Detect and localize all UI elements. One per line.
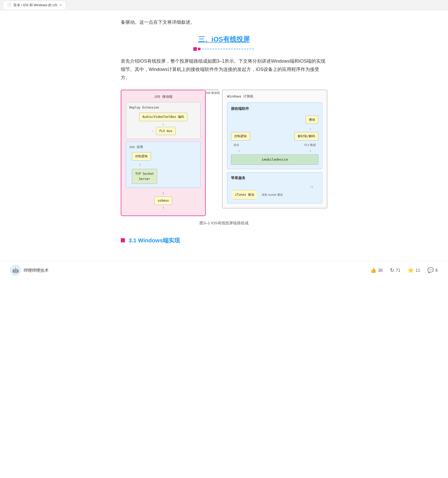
diagram-figure: iOS 移动端 Replay Extension Audio/VideoTool… — [121, 90, 327, 216]
apple-service-box: 苹果服务 ↑↓ iTunes 驱动 本机 socket 通信 — [227, 172, 322, 203]
author-info: 🤖 哔哩哔哩技术 — [10, 265, 49, 275]
arrow-down-1: ↓ — [162, 122, 164, 126]
action-bar: 👍 38 ↻ 71 ⭐ 11 💬 8 — [370, 266, 438, 275]
section-31-title: 3.1 Windows端实现 — [121, 236, 327, 245]
tab-close-button[interactable]: ✕ — [59, 3, 62, 8]
share-icon: ↻ — [390, 266, 394, 275]
flv-mux-box: FLV mux — [156, 127, 176, 135]
page-content: 备驱动。这一点在下文将详细叙述。 三、iOS有线投屏 首先介绍iOS有线投屏，整… — [110, 10, 338, 261]
avatar-icon: 🤖 — [12, 266, 19, 275]
browser-tab[interactable]: 📄 安卓 / iOS 和 Windows 的 US ✕ — [3, 1, 66, 9]
browser-bar: 📄 安卓 / iOS 和 Windows 的 US ✕ — [0, 0, 448, 10]
like-count: 38 — [378, 267, 383, 274]
comment-button[interactable]: 💬 8 — [427, 266, 438, 275]
windows-box: Windows 计算机 接收端软件 播放 ↑ 控制逻辑 解封装/解码 信令 FL… — [222, 90, 327, 208]
tcp-socket-server: TCP Socket Server — [132, 169, 157, 184]
flv-data-label: FLV 数据 — [305, 143, 316, 147]
tab-favicon: 📄 — [7, 2, 11, 8]
win-box-title: Windows 计算机 — [227, 94, 322, 99]
replay-extension-box: Replay Extension Audio/VideoToolBox 编码 ↓… — [126, 102, 201, 139]
itunes-row: iTunes 驱动 本机 socket 通信 — [231, 190, 318, 199]
decode-box: 解封装/解码 — [294, 132, 318, 140]
socket-label: 本机 socket 通信 — [262, 192, 283, 197]
section-title-decoration — [193, 47, 255, 51]
intro-paragraph: 首先介绍iOS有线投屏，整个投屏链路组成如图3–1所示。下文将分别讲述Windo… — [121, 57, 327, 82]
bottom-bar: 🤖 哔哩哔哩技术 👍 38 ↻ 71 ⭐ 11 💬 8 — [0, 261, 448, 279]
like-icon: 👍 — [370, 266, 377, 275]
recv-software-box: 接收端软件 播放 ↑ 控制逻辑 解封装/解码 信令 FLV 数据 — [227, 102, 322, 169]
usb-label: USB 数据线 — [205, 90, 220, 95]
diagram-caption: 图3–1 iOS有线投屏链路组成 — [121, 220, 327, 226]
collect-icon: ⭐ — [407, 266, 414, 275]
ios-app-label: ios 应用 — [129, 144, 197, 150]
share-count: 71 — [396, 267, 401, 274]
section-31: 3.1 Windows端实现 — [121, 236, 327, 245]
ios-app-box: ios 应用 控制逻辑 ↕ TCP Socket Server — [126, 142, 201, 188]
itunes-box: iTunes 驱动 — [231, 190, 258, 199]
signal-label: 信令 — [234, 143, 239, 147]
ios-mobile-box: iOS 移动端 Replay Extension Audio/VideoTool… — [121, 90, 206, 216]
share-button[interactable]: ↻ 71 — [390, 266, 401, 275]
apple-service-label: 苹果服务 — [231, 175, 318, 181]
signal-flv-row: 信令 FLV 数据 — [231, 142, 318, 148]
imobile-box: imobiledevice — [231, 154, 318, 165]
author-name: 哔哩哔哩技术 — [24, 267, 49, 274]
recv-software-label: 接收端软件 — [231, 106, 318, 112]
usbmux-row: ↕ usbmux ↑ — [126, 190, 201, 211]
comment-count: 8 — [435, 267, 438, 274]
audio-video-box: Audio/VideoToolBox 编码 — [139, 113, 187, 121]
ios-box-title: iOS 移动端 — [126, 94, 201, 100]
section-title: 三、iOS有线投屏 — [121, 34, 327, 45]
usbmux-box: usbmux — [154, 196, 172, 205]
tab-title: 安卓 / iOS 和 Windows 的 US — [13, 2, 57, 8]
replay-ext-label: Replay Extension — [129, 105, 197, 110]
collect-count: 11 — [415, 267, 420, 274]
control-logic-right: 控制逻辑 — [231, 132, 250, 140]
play-box: 播放 — [306, 116, 318, 124]
collect-button[interactable]: ⭐ 11 — [407, 266, 420, 275]
intro-suffix-text: 备驱动。这一点在下文将详细叙述。 — [121, 18, 327, 26]
usb-connector: USB 数据线 — [206, 90, 219, 101]
author-avatar: 🤖 — [10, 265, 21, 275]
section-31-prefix-icon — [121, 238, 125, 242]
comment-icon: 💬 — [427, 266, 434, 275]
control-logic-left: 控制逻辑 — [132, 152, 151, 160]
like-button[interactable]: 👍 38 — [370, 266, 383, 275]
